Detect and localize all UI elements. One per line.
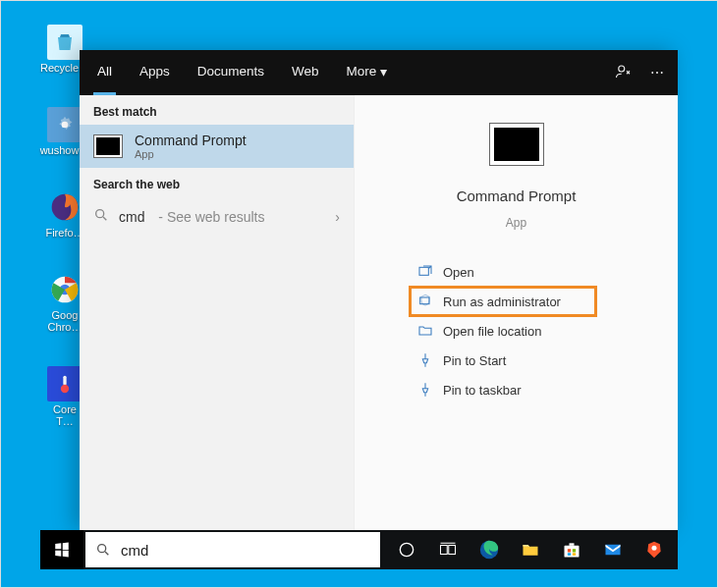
result-kind: App <box>135 148 247 160</box>
taskbar-brave[interactable] <box>634 530 675 569</box>
start-search-flyout: All Apps Documents Web More ▾ ⋯ Best mat… <box>80 50 678 530</box>
tab-apps[interactable]: Apps <box>136 50 174 95</box>
web-result-hint: - See web results <box>154 209 264 225</box>
action-label: Run as administrator <box>443 294 561 309</box>
folder-icon <box>417 323 433 339</box>
action-list: Open Run as administrator Open file loca… <box>410 257 678 404</box>
search-input[interactable] <box>121 542 370 559</box>
svg-point-7 <box>96 210 104 218</box>
taskbar <box>40 530 678 569</box>
folder-icon <box>520 540 541 560</box>
search-icon <box>93 207 109 226</box>
action-run-as-administrator[interactable]: Run as administrator <box>410 287 596 316</box>
svg-point-11 <box>400 543 413 556</box>
taskbar-store[interactable] <box>551 530 592 569</box>
svg-point-10 <box>98 545 106 553</box>
chevron-right-icon: › <box>335 209 340 225</box>
taskbar-search[interactable] <box>85 532 380 567</box>
thermometer-icon <box>55 371 75 397</box>
recycle-bin-icon <box>53 30 77 54</box>
tab-more-label: More <box>347 64 377 79</box>
action-label: Pin to taskbar <box>443 383 522 398</box>
tab-more[interactable]: More ▾ <box>343 50 392 95</box>
svg-rect-13 <box>449 546 456 555</box>
action-open-file-location[interactable]: Open file location <box>410 316 678 346</box>
pin-icon <box>417 352 433 368</box>
preview-panel: Command Prompt App Open Run as administr… <box>355 95 678 530</box>
cmd-icon <box>93 134 123 158</box>
svg-rect-4 <box>63 376 66 386</box>
web-result-cmd[interactable]: cmd - See web results › <box>80 197 354 236</box>
web-result-query: cmd <box>119 209 144 225</box>
firefox-icon <box>49 191 81 223</box>
taskbar-mail[interactable] <box>592 530 634 569</box>
chrome-icon <box>49 274 81 305</box>
shield-icon <box>417 294 433 309</box>
action-label: Pin to Start <box>443 353 506 368</box>
taskbar-file-explorer[interactable] <box>510 530 551 569</box>
desktop-icon-label: Firefo… <box>45 227 83 239</box>
circle-icon <box>397 540 416 560</box>
chevron-down-icon: ▾ <box>380 64 387 80</box>
tab-web[interactable]: Web <box>288 50 323 95</box>
search-icon <box>95 542 111 558</box>
task-view-icon <box>437 541 459 559</box>
taskbar-cortana[interactable] <box>386 530 427 569</box>
action-pin-to-taskbar[interactable]: Pin to taskbar <box>410 375 678 404</box>
tab-all[interactable]: All <box>93 50 116 95</box>
svg-rect-8 <box>419 267 428 275</box>
brave-icon <box>644 539 664 561</box>
result-title: Command Prompt <box>135 133 247 148</box>
gear-icon <box>55 115 75 134</box>
svg-point-17 <box>652 546 657 551</box>
action-open[interactable]: Open <box>410 257 678 287</box>
preview-title: Command Prompt <box>457 187 577 204</box>
action-label: Open file location <box>443 324 541 339</box>
tab-documents[interactable]: Documents <box>193 50 268 95</box>
feedback-icon[interactable] <box>615 63 633 83</box>
edge-icon <box>478 539 500 561</box>
taskbar-task-view[interactable] <box>427 530 469 569</box>
cmd-icon <box>489 123 544 166</box>
svg-point-6 <box>619 66 625 72</box>
pin-icon <box>417 382 433 398</box>
search-web-header: Search the web <box>80 168 354 197</box>
results-panel: Best match Command Prompt App Search the… <box>80 95 355 530</box>
store-icon <box>562 540 581 560</box>
best-match-header: Best match <box>80 95 354 125</box>
start-button[interactable] <box>40 530 83 569</box>
svg-rect-15 <box>565 546 580 558</box>
taskbar-edge[interactable] <box>469 530 510 569</box>
search-scope-tabs: All Apps Documents Web More ▾ ⋯ <box>80 50 678 95</box>
more-icon[interactable]: ⋯ <box>650 65 664 80</box>
svg-point-5 <box>61 385 69 393</box>
open-icon <box>417 264 433 280</box>
action-label: Open <box>443 265 474 280</box>
windows-icon <box>53 541 71 559</box>
preview-kind: App <box>506 216 526 230</box>
desktop: Recycle… wushow… Firefo… Goog Chro… Core… <box>0 0 718 588</box>
action-pin-to-start[interactable]: Pin to Start <box>410 346 678 375</box>
mail-icon <box>601 541 625 559</box>
result-command-prompt[interactable]: Command Prompt App <box>80 125 354 168</box>
svg-rect-12 <box>441 546 448 555</box>
